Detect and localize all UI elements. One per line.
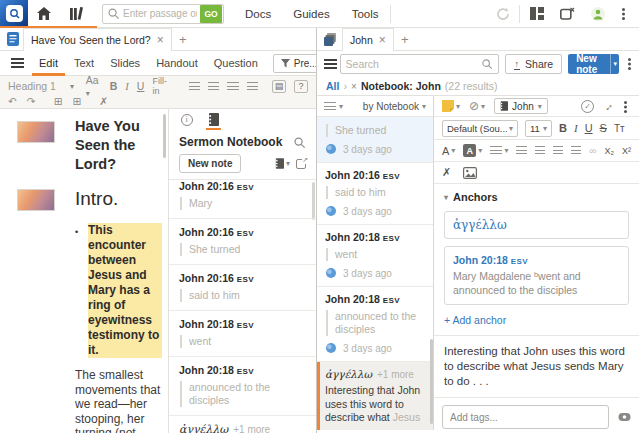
- note-body-editor[interactable]: Interesting that John uses this word to …: [434, 335, 639, 397]
- italic-button[interactable]: I: [574, 122, 578, 134]
- increase-indent-icon[interactable]: [571, 146, 581, 155]
- notes-panel-menu[interactable]: [324, 59, 334, 69]
- sync-button[interactable]: [491, 0, 515, 28]
- note-list-item[interactable]: John 20:18ESV went: [169, 311, 316, 357]
- sermon-document[interactable]: Have You Seen the Lord? Intro. • This en…: [0, 109, 168, 433]
- filter-all-link[interactable]: All: [326, 80, 339, 92]
- menu-docs[interactable]: Docs: [234, 0, 282, 28]
- bold-button[interactable]: B: [110, 80, 118, 92]
- insert-slide-icon[interactable]: [54, 95, 63, 107]
- notes-search-box[interactable]: [340, 54, 499, 74]
- expand-icon[interactable]: [599, 98, 615, 114]
- note-more-menu[interactable]: [621, 100, 631, 113]
- anchor-lemma-chip[interactable]: ἀγγέλλω: [444, 211, 629, 239]
- insert-image-icon[interactable]: [463, 167, 477, 179]
- new-tab-button[interactable]: [394, 28, 416, 50]
- sort-dropdown[interactable]: by Notebook: [363, 101, 426, 112]
- superscript-button[interactable]: X²: [622, 146, 631, 156]
- tab-edit[interactable]: Edit: [32, 51, 65, 76]
- home-button[interactable]: [28, 0, 60, 28]
- global-search-box[interactable]: GO: [102, 4, 224, 24]
- bold-button[interactable]: B: [559, 122, 567, 134]
- highlight-color-dropdown[interactable]: A: [463, 144, 482, 157]
- panel-menu-button[interactable]: [6, 49, 30, 77]
- tab-slides[interactable]: Slides: [103, 51, 147, 76]
- redo-icon[interactable]: [27, 95, 36, 107]
- paragraph-style-dropdown[interactable]: Heading 1: [8, 80, 78, 92]
- numbered-list-icon[interactable]: [208, 82, 219, 91]
- clear-formatting-icon[interactable]: [442, 166, 451, 179]
- decrease-indent-icon[interactable]: [227, 82, 238, 91]
- tab-question[interactable]: Question: [207, 51, 265, 76]
- note-list-item[interactable]: John 20:16ESV said to him 3 days ago: [317, 163, 433, 225]
- slide-layout-icon[interactable]: [272, 80, 286, 93]
- note-list-item[interactable]: John 20:16ESV She turned: [169, 219, 316, 265]
- remove-filter-icon[interactable]: [351, 81, 357, 92]
- close-floating-windows-button[interactable]: [554, 0, 581, 28]
- note-list-item[interactable]: John 20:16ESV Mary: [169, 179, 316, 219]
- fill-in-button[interactable]: Fill-in: [152, 76, 172, 96]
- notes-tab[interactable]: John: [342, 28, 394, 51]
- note-list-item-lemma[interactable]: ἀγγέλλω+1 more Interesting that John use…: [169, 416, 316, 433]
- account-button[interactable]: [585, 0, 611, 28]
- italic-button[interactable]: I: [125, 81, 129, 92]
- strikethrough-button[interactable]: S: [600, 122, 607, 134]
- font-size-dropdown[interactable]: 11: [525, 120, 552, 137]
- visibility-icon[interactable]: [618, 412, 631, 422]
- text-case-button[interactable]: Tт: [614, 123, 625, 134]
- sidebar-tab-notebook[interactable]: [206, 113, 221, 130]
- increase-indent-icon[interactable]: [247, 82, 258, 91]
- notes-more-menu[interactable]: [625, 57, 632, 71]
- note-list-item[interactable]: John 20:16ESV said to him: [169, 265, 316, 311]
- new-tab-button[interactable]: [172, 28, 194, 50]
- tags-input[interactable]: [442, 405, 609, 429]
- mark-done-icon[interactable]: [581, 100, 594, 113]
- undo-icon[interactable]: [8, 95, 17, 107]
- notebook-select-dropdown[interactable]: [275, 158, 290, 169]
- search-icon[interactable]: [293, 136, 306, 149]
- bullet-list-icon[interactable]: [516, 146, 526, 155]
- clear-formatting-icon[interactable]: [99, 95, 108, 107]
- list-view-dropdown[interactable]: [324, 102, 343, 111]
- note-list-item[interactable]: John 20:18ESV announced to the disciples: [169, 357, 316, 416]
- note-list-item[interactable]: John 20:18ESV announced to the disciples…: [317, 287, 433, 362]
- go-button[interactable]: GO: [200, 5, 222, 23]
- share-button[interactable]: Share: [505, 54, 563, 74]
- menu-guides[interactable]: Guides: [282, 0, 340, 28]
- align-dropdown[interactable]: [490, 146, 508, 155]
- tab-text[interactable]: Text: [67, 51, 101, 76]
- layouts-button[interactable]: [524, 0, 550, 28]
- close-icon[interactable]: [379, 33, 386, 47]
- library-button[interactable]: [60, 0, 94, 28]
- app-menu-button[interactable]: [615, 0, 633, 28]
- logos-app-logo[interactable]: [0, 0, 28, 28]
- add-anchor-link[interactable]: + Add anchor: [444, 314, 629, 326]
- anchors-header[interactable]: Anchors: [444, 191, 629, 203]
- underline-button[interactable]: U: [585, 122, 593, 134]
- global-search-input[interactable]: [120, 8, 200, 19]
- decrease-indent-icon[interactable]: [553, 146, 563, 155]
- notes-list-scrollbar[interactable]: [430, 339, 433, 424]
- slide-thumbnail[interactable]: [17, 121, 55, 143]
- notebook-assignment-dropdown[interactable]: John: [494, 98, 548, 114]
- subscript-button[interactable]: X₂: [604, 146, 614, 156]
- question-insert-icon[interactable]: [294, 80, 308, 93]
- note-style-dropdown[interactable]: [442, 100, 460, 112]
- note-list-item-selected[interactable]: ἀγγέλλω+1 more Interesting that John use…: [317, 362, 433, 430]
- link-icon[interactable]: ∞: [589, 145, 596, 156]
- tab-handout[interactable]: Handout: [149, 51, 205, 76]
- font-family-dropdown[interactable]: Default (Sou...: [442, 120, 518, 137]
- numbered-list-icon[interactable]: [535, 146, 545, 155]
- underline-button[interactable]: U: [137, 80, 145, 92]
- text-color-dropdown[interactable]: A: [442, 145, 455, 157]
- sidebar-new-note-button[interactable]: New note: [179, 154, 241, 173]
- new-note-dropdown[interactable]: [610, 54, 619, 74]
- bullet-list-icon[interactable]: [189, 82, 200, 91]
- note-list-item[interactable]: John 20:18ESV went 3 days ago: [317, 225, 433, 287]
- notes-search-input[interactable]: [346, 58, 481, 70]
- slide-thumbnail[interactable]: [17, 189, 55, 211]
- note-indicator-dropdown[interactable]: [469, 99, 485, 113]
- insert-media-icon[interactable]: [72, 95, 81, 107]
- anchor-reference-card[interactable]: John 20:18ESV Mary Magdalene ᵇwent and a…: [444, 246, 629, 305]
- sidebar-tab-info[interactable]: [179, 114, 194, 130]
